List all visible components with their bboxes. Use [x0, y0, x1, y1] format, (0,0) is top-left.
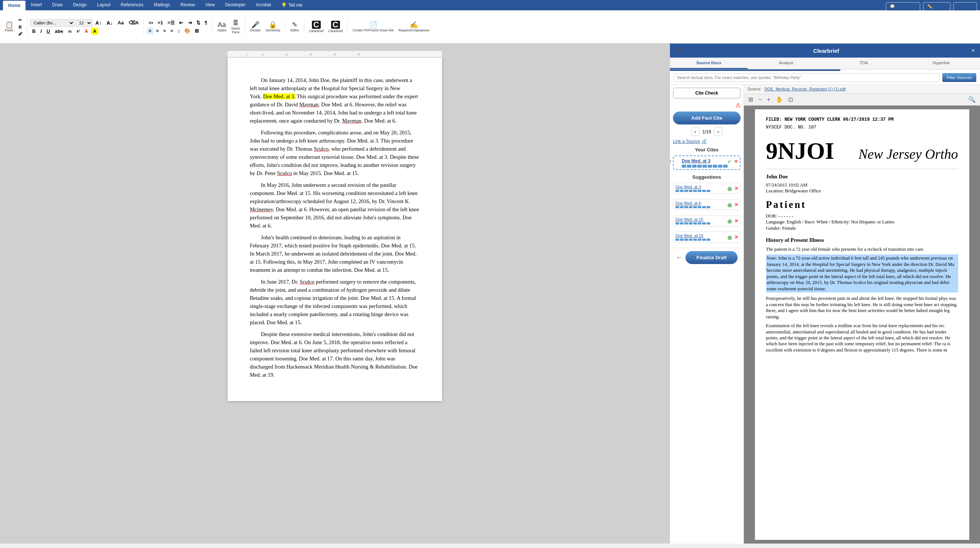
increase-indent-button[interactable]: ⇥ — [186, 19, 194, 26]
cut-button[interactable]: ✂ — [16, 17, 24, 23]
request-signatures-button[interactable]: ✍ Request\nSignatures — [396, 20, 431, 33]
link-source-button[interactable]: Link a Source 🔗 — [673, 139, 741, 144]
font-case-button[interactable]: Aa — [116, 19, 126, 26]
styles-pane-button[interactable]: ≣ Styles Pane — [229, 19, 242, 35]
tab-home[interactable]: Home — [3, 1, 25, 10]
editor-button[interactable]: ✎ Editor — [289, 20, 301, 33]
increase-font-button[interactable]: A↑ — [94, 19, 103, 27]
pdf-pan-button[interactable]: ✋ — [774, 95, 784, 104]
pdf-source-link[interactable]: DOE_Medical_Records_Redacted (1) (1).pdf — [765, 87, 846, 91]
cite-item-text-0: Doe Med. at 3 — [682, 159, 729, 164]
format-painter-button[interactable]: 🖌 — [16, 31, 24, 37]
underline-button[interactable]: U — [45, 28, 52, 35]
pdf-search-button[interactable]: 🔍 — [967, 95, 977, 104]
next-page-button[interactable]: › — [714, 127, 722, 136]
highlight-button[interactable]: A — [91, 28, 98, 35]
tab-references[interactable]: References — [116, 0, 148, 10]
align-right-button[interactable]: ≡ — [161, 27, 168, 34]
tab-toa[interactable]: TOA — [825, 57, 903, 69]
gear-icon[interactable]: ⚙ — [670, 159, 672, 164]
pdf-selection-button[interactable]: ⊡ — [787, 95, 794, 104]
dismiss-suggestion-icon-2[interactable]: ✕ — [734, 218, 739, 224]
copy-button[interactable]: ⎘ — [16, 24, 24, 30]
decrease-font-button[interactable]: A↓ — [105, 19, 115, 27]
filter-sources-button[interactable]: Filter Sources — [942, 73, 976, 82]
add-suggestion-icon-1[interactable]: ⊕ — [727, 202, 732, 209]
search-input[interactable] — [674, 73, 939, 82]
tab-draw[interactable]: Draw — [47, 0, 68, 10]
strikethrough-button[interactable]: abc̶ — [53, 28, 65, 35]
add-suggestion-icon-0[interactable]: ⊕ — [727, 185, 732, 192]
sort-button[interactable]: ⇅ — [194, 19, 202, 26]
tab-source-docs[interactable]: Source Docs — [670, 57, 748, 69]
dictate-button[interactable]: 🎤 Dictate — [248, 20, 262, 33]
clear-format-button[interactable]: ⌫A — [127, 19, 140, 26]
add-suggestion-icon-2[interactable]: ⊕ — [727, 218, 732, 225]
comment-icon: 💬 — [890, 4, 895, 9]
comments-button[interactable]: 💬 Comments — [886, 2, 920, 11]
tab-layout[interactable]: Layout — [92, 0, 116, 10]
share-button[interactable]: ↗ Share — [953, 2, 977, 11]
finalize-draft-button[interactable]: Finalize Draft — [686, 251, 738, 264]
pdf-zoom-in[interactable]: + — [765, 95, 772, 104]
pdf-content[interactable]: FILED: NEW YORK COUNTY CLERK 06/27/2019 … — [744, 106, 980, 543]
sensitivity-button[interactable]: 🔒 Sensitivity — [264, 20, 282, 33]
italic-button[interactable]: I — [38, 28, 44, 35]
prev-page-button[interactable]: ‹ — [691, 127, 699, 136]
cite-check-button[interactable]: Cite Check — [673, 87, 741, 98]
align-center-button[interactable]: ≡ — [154, 27, 161, 34]
tab-design[interactable]: Design — [68, 0, 92, 10]
suggestion-item-2[interactable]: Doe Med. at 15 ⊕ ✕ — [673, 215, 741, 226]
cb-menu-button[interactable]: ☰ — [675, 46, 681, 55]
tab-analyze[interactable]: Analyze — [748, 57, 825, 69]
create-pdf-button[interactable]: 📄 Create PDF\nand share link — [351, 20, 395, 33]
borders-button[interactable]: ⊞ — [193, 27, 200, 34]
styles-button[interactable]: Aa Styles — [215, 20, 228, 33]
align-left-button[interactable]: ≡ — [147, 27, 153, 34]
suggestion-item-0[interactable]: Doe Med. at 3 ⊕ ✕ — [673, 183, 741, 194]
document-page[interactable]: On January 14, 2014, John Doe, the plain… — [228, 57, 442, 401]
font-select[interactable]: Calibri (Bo... — [30, 19, 75, 27]
remove-cite-icon[interactable]: ✕ — [734, 159, 738, 164]
tab-review[interactable]: Review — [175, 0, 200, 10]
cite-item-0[interactable]: ⚙ Doe Med. at 3 ✓ ✕ — [673, 156, 741, 170]
suggestion-item-1[interactable]: Doe Med. at 6 ⊕ ✕ — [673, 199, 741, 210]
show-marks-button[interactable]: ¶ — [203, 19, 209, 26]
numbering-button[interactable]: ≡1 — [156, 19, 165, 26]
suggestion-item-3[interactable]: Doe Med. at 19 ⊕ ✕ — [673, 232, 741, 243]
clearbrief-button-1[interactable]: C Clearbrief — [307, 19, 325, 34]
bold-button[interactable]: B — [30, 28, 37, 35]
line-spacing-button[interactable]: ↕ — [176, 27, 182, 34]
pdf-sidebar-toggle[interactable]: ⊞ — [747, 95, 754, 104]
tab-hyperlink[interactable]: Hyperlink — [902, 57, 980, 69]
tab-tell-me[interactable]: 💡 Tell me — [276, 0, 307, 10]
superscript-button[interactable]: x² — [75, 29, 82, 34]
cb-close-button[interactable]: × — [972, 47, 975, 54]
font-size-select[interactable]: 12 — [76, 19, 92, 27]
tab-mailings[interactable]: Mailings — [148, 0, 175, 10]
dismiss-suggestion-icon-0[interactable]: ✕ — [734, 185, 739, 191]
pdf-zoom-out[interactable]: − — [757, 95, 763, 104]
bullets-button[interactable]: ≡• — [147, 19, 155, 26]
tab-view[interactable]: View — [200, 0, 220, 10]
cb-body: Cite Check ⚠ Add Fact Cite ‹ 1/19 › — [670, 84, 980, 543]
back-button[interactable]: ← — [676, 254, 682, 261]
subscript-button[interactable]: x₂ — [67, 29, 74, 34]
font-color-button[interactable]: A — [83, 28, 90, 35]
dismiss-suggestion-icon-1[interactable]: ✕ — [734, 202, 739, 208]
shading-button[interactable]: 🎨 — [183, 27, 192, 34]
tab-acrobat[interactable]: Acrobat — [251, 0, 276, 10]
decrease-indent-button[interactable]: ⇤ — [177, 19, 185, 26]
multilevel-button[interactable]: ≡☰ — [165, 19, 177, 26]
justify-button[interactable]: ≡ — [169, 27, 175, 34]
nav-arrows: ‹ 1/19 › — [673, 127, 741, 136]
add-suggestion-icon-3[interactable]: ⊕ — [727, 234, 732, 241]
add-fact-cite-button[interactable]: Add Fact Cite — [673, 111, 741, 124]
clearbrief-button-2[interactable]: C Clearbrief — [326, 19, 344, 34]
paste-button[interactable]: 📋 Paste — [3, 20, 15, 33]
tab-insert[interactable]: Insert — [25, 0, 47, 10]
clearbrief-icon-2: C — [331, 21, 340, 29]
editing-button[interactable]: ✏️ Editing — [923, 2, 950, 11]
dismiss-suggestion-icon-3[interactable]: ✕ — [734, 234, 739, 240]
tab-developer[interactable]: Developer — [220, 0, 251, 10]
